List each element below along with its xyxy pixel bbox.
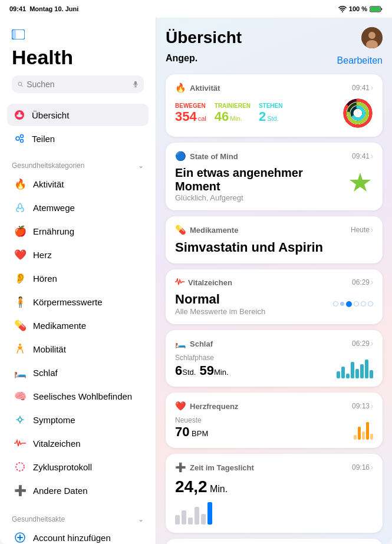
search-bar[interactable]	[12, 75, 144, 93]
categories-header-label: Gesundheitskategorien	[12, 161, 84, 170]
svg-point-12	[19, 344, 21, 346]
hz-label: Neueste	[175, 416, 208, 424]
schlaf-bar-5	[355, 369, 359, 378]
category-item-vitalzeichen[interactable]: Vitalzeichen	[7, 431, 149, 455]
som-chevron-icon: ›	[371, 152, 373, 160]
aktivitaet-chevron-icon: ›	[371, 84, 373, 92]
pinned-header: Angep. Bearbeiten	[166, 53, 383, 68]
schlaf-card[interactable]: 🛏️ Schlaf 06:29 › Schlafphase 6Std. 59Mi…	[166, 330, 383, 387]
search-input[interactable]	[27, 80, 130, 89]
hz-card-body: Neueste 70 BPM	[175, 416, 373, 440]
schlaf-card-header: 🛏️ Schlaf 06:29 ›	[175, 338, 373, 349]
sidebar-item-uebersicht[interactable]: Übersicht	[7, 104, 149, 126]
schlaf-chart	[337, 357, 373, 378]
category-item-aktivitaet[interactable]: 🔥 Aktivität	[7, 172, 149, 196]
aktivitaet-card[interactable]: 🔥 Aktivität 09:41 › Bewegen 354cal	[166, 74, 383, 137]
seelisches-icon: 🧠	[13, 389, 27, 403]
koerpermesswerte-icon: 🧍	[13, 295, 27, 309]
svg-rect-1	[370, 7, 380, 11]
category-item-medikamente[interactable]: 💊 Medikamente	[7, 314, 149, 337]
aktivitaet-time: 09:41 ›	[352, 84, 373, 92]
category-label-aktivitaet: Aktivität	[33, 179, 64, 189]
pinned-label: Angep.	[166, 53, 197, 64]
main-header: Übersicht	[166, 27, 383, 48]
bewegen-label: Bewegen	[175, 103, 206, 109]
med-chevron-icon: ›	[371, 226, 373, 234]
edit-button[interactable]: Bearbeiten	[337, 55, 383, 66]
schlaf-bar-8	[370, 370, 373, 378]
nav-items: Übersicht Teilen	[0, 98, 156, 156]
hz-title-row: ❤️ Herzfrequenz	[175, 401, 238, 411]
category-item-ernaehrung[interactable]: 🍎 Ernährung	[7, 219, 149, 243]
category-label-herz: Herz	[33, 250, 52, 260]
category-label-zyklusprotokoll: Zyklusprotokoll	[33, 462, 92, 472]
vital-dot-3	[346, 301, 352, 307]
vital-card-title: Vitalzeichen	[188, 278, 232, 287]
som-card-body: Ein etwas angenehmer Moment Glücklich, A…	[175, 166, 373, 202]
schlaf-bar-6	[360, 364, 364, 378]
hoeren-icon: 👂	[13, 271, 27, 285]
svg-point-18	[16, 463, 24, 471]
category-item-koerpermesswerte[interactable]: 🧍 Körpermesswerte	[7, 290, 149, 314]
category-item-atemwege[interactable]: Atemwege	[7, 196, 149, 219]
avatar[interactable]	[361, 27, 383, 48]
battery-icon	[370, 6, 383, 12]
zeit-card-header: ➕ Zeit im Tageslicht 09:16 ›	[175, 462, 373, 473]
trainieren-stat: Trainieren 46Min.	[215, 103, 251, 124]
zeit-headline: 24,2 Min.	[175, 477, 373, 496]
zeit-bar-4	[195, 507, 199, 525]
category-item-andere[interactable]: ➕ Andere Daten	[7, 479, 149, 502]
category-item-zyklusprotokoll[interactable]: Zyklusprotokoll	[7, 455, 149, 479]
account-item[interactable]: Account hinzufügen	[7, 526, 149, 544]
gesundheitsakte-chevron-icon[interactable]: ⌄	[138, 515, 144, 523]
herzfrequenz-card[interactable]: ❤️ Herzfrequenz 09:13 › Neueste 70 BPM	[166, 393, 383, 448]
andere-icon: ➕	[13, 483, 27, 497]
category-item-hoeren[interactable]: 👂 Hören	[7, 266, 149, 290]
hz-chevron-icon: ›	[371, 402, 373, 410]
medikamente-card[interactable]: 💊 Medikamente Heute › Simvastatin und As…	[166, 216, 383, 263]
category-label-mobilitaet: Mobilität	[33, 344, 66, 354]
category-item-symptome[interactable]: Symptome	[7, 408, 149, 431]
vital-text: Normal Alle Messwerte im Bereich	[175, 292, 265, 316]
status-day: Montag 10. Juni	[29, 5, 78, 12]
sidebar-toggle-icon[interactable]	[12, 29, 144, 42]
category-item-schlaf[interactable]: 🛏️ Schlaf	[7, 361, 149, 384]
zeit-card[interactable]: ➕ Zeit im Tageslicht 09:16 › 24,2 Min.	[166, 454, 383, 533]
uebersicht-icon	[13, 108, 26, 121]
svg-marker-35	[350, 173, 371, 192]
hz-card-header: ❤️ Herzfrequenz 09:13 ›	[175, 401, 373, 411]
hz-time: 09:13 ›	[352, 402, 373, 410]
all-data-link[interactable]: ❤️ Alle Gesundheitsdaten anzeigen ›	[166, 539, 383, 544]
category-item-mobilitaet[interactable]: Mobilität	[7, 337, 149, 361]
vital-dot-5	[361, 301, 366, 306]
aktivitaet-card-header: 🔥 Aktivität 09:41 ›	[175, 83, 373, 93]
schlaf-card-body: Schlafphase 6Std. 59Min.	[175, 354, 373, 378]
category-item-seelisches[interactable]: 🧠 Seelisches Wohlbefinden	[7, 384, 149, 408]
sidebar-header: Health	[0, 18, 156, 98]
svg-rect-3	[12, 29, 16, 39]
categories-chevron-icon[interactable]: ⌄	[138, 161, 144, 170]
med-time: Heute ›	[351, 226, 373, 234]
ernaehrung-icon: 🍎	[13, 224, 27, 238]
med-title-row: 💊 Medikamente	[175, 225, 238, 235]
zyklusprotokoll-icon	[13, 460, 27, 474]
sidebar-item-teilen[interactable]: Teilen	[7, 127, 149, 150]
category-item-herz[interactable]: ❤️ Herz	[7, 243, 149, 266]
zeit-bar-1	[175, 515, 180, 525]
vitalzeichen-card[interactable]: Vitalzeichen 06:29 › Normal Alle Messwer…	[166, 269, 383, 324]
som-visual-icon	[347, 170, 373, 199]
schlaf-bar-3	[346, 374, 350, 378]
main-content: Übersicht Angep. Bearbeiten 🔥 Aktivität	[156, 18, 392, 544]
sidebar-title: Health	[12, 47, 144, 68]
schlaf-bar-4	[351, 362, 354, 378]
hz-chart	[354, 418, 373, 440]
stehen-stat: Stehen 2Std.	[259, 103, 283, 124]
state-of-mind-card[interactable]: 🔵 State of Mind 09:41 › Ein etwas angene…	[166, 143, 383, 210]
som-title-row: 🔵 State of Mind	[175, 151, 238, 161]
hz-text: Neueste 70 BPM	[175, 416, 208, 440]
microphone-icon[interactable]	[133, 80, 138, 89]
schlaf-title-row: 🛏️ Schlaf	[175, 338, 213, 349]
bewegen-value: 354cal	[175, 109, 206, 124]
category-label-symptome: Symptome	[33, 415, 75, 425]
account-icon	[13, 530, 27, 544]
